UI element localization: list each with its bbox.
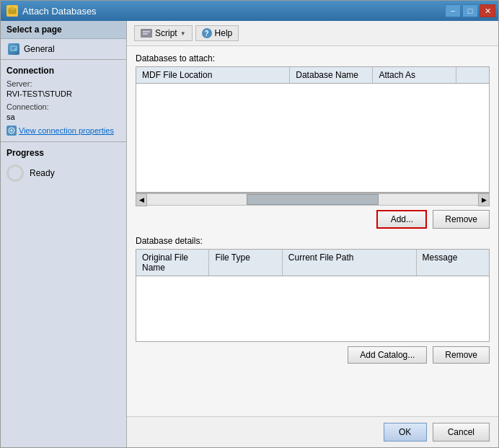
- th-original-file-name: Original File Name: [136, 250, 209, 276]
- close-button[interactable]: ✕: [480, 4, 495, 17]
- main-layout: Select a page General Connection Server:…: [1, 21, 498, 447]
- remove-button[interactable]: Remove: [433, 210, 490, 229]
- toolbar: Script ▼ ? Help: [127, 21, 498, 46]
- database-details-label: Database details:: [136, 236, 490, 246]
- titlebar-left: Attach Databases: [6, 5, 97, 17]
- add-catalog-button[interactable]: Add Catalog...: [348, 346, 427, 364]
- bottom-button-row: Add Catalog... Remove: [136, 346, 490, 364]
- content-area: Script ▼ ? Help Databases to attach: MDF…: [127, 21, 498, 447]
- connection-label2: Connection:: [6, 102, 120, 111]
- scroll-left-arrow[interactable]: ◀: [136, 193, 147, 206]
- cancel-button[interactable]: Cancel: [433, 423, 490, 442]
- ready-label: Ready: [30, 168, 55, 178]
- add-button[interactable]: Add...: [376, 210, 427, 229]
- app-icon: [6, 5, 18, 17]
- scroll-thumb[interactable]: [247, 194, 379, 205]
- svg-rect-1: [10, 7, 14, 10]
- view-connection-link[interactable]: View connection properties: [6, 126, 120, 136]
- help-button[interactable]: ? Help: [195, 25, 239, 41]
- scroll-track[interactable]: [147, 193, 478, 206]
- svg-rect-8: [141, 30, 151, 37]
- remove-details-button[interactable]: Remove: [433, 346, 490, 364]
- select-page-title: Select a page: [1, 21, 126, 39]
- th-extra: [456, 67, 489, 83]
- databases-table-body: [136, 84, 489, 192]
- th-attach-as: Attach As: [373, 67, 456, 83]
- svg-rect-2: [10, 45, 17, 51]
- databases-table: MDF File Location Database Name Attach A…: [136, 66, 490, 193]
- progress-spinner: [6, 164, 24, 182]
- sidebar-general-label: General: [24, 44, 55, 54]
- connection-link-icon: [6, 126, 17, 136]
- script-label: Script: [155, 28, 177, 38]
- th-message: Message: [417, 250, 489, 276]
- database-details-section: Database details: Original File Name Fil…: [136, 236, 490, 342]
- progress-title: Progress: [6, 148, 120, 158]
- maximize-button[interactable]: □: [462, 4, 478, 17]
- details-table-body: [136, 276, 489, 341]
- top-button-row: Add... Remove: [136, 210, 490, 229]
- server-label: Server:: [6, 79, 120, 88]
- general-icon: [8, 43, 19, 55]
- details-table: Original File Name File Type Current Fil…: [136, 249, 490, 342]
- help-label: Help: [215, 28, 233, 38]
- server-value: RVI-TEST\STUDR: [6, 89, 120, 98]
- main-window: Attach Databases − □ ✕ Select a page Gen…: [0, 0, 499, 448]
- content-inner: Databases to attach: MDF File Location D…: [127, 46, 498, 416]
- view-connection-label: View connection properties: [19, 126, 114, 135]
- connection-value: sa: [6, 113, 120, 121]
- th-database-name: Database Name: [290, 67, 373, 83]
- script-button[interactable]: Script ▼: [134, 25, 193, 41]
- ok-button[interactable]: OK: [384, 423, 427, 442]
- help-icon: ?: [202, 28, 212, 38]
- titlebar: Attach Databases − □ ✕: [1, 1, 498, 21]
- horizontal-scrollbar[interactable]: ◀ ▶: [136, 193, 490, 206]
- progress-section: Progress Ready: [1, 141, 126, 190]
- progress-content: Ready: [6, 162, 120, 185]
- databases-table-header: MDF File Location Database Name Attach A…: [136, 67, 489, 84]
- th-file-type: File Type: [209, 250, 282, 276]
- minimize-button[interactable]: −: [445, 4, 461, 17]
- sidebar: Select a page General Connection Server:…: [1, 21, 127, 447]
- scroll-right-arrow[interactable]: ▶: [478, 193, 490, 206]
- connection-section: Connection Server: RVI-TEST\STUDR Connec…: [1, 59, 126, 141]
- th-mdf-location: MDF File Location: [136, 67, 290, 83]
- th-current-file-path: Current File Path: [283, 250, 417, 276]
- titlebar-controls: − □ ✕: [445, 4, 495, 17]
- details-table-header: Original File Name File Type Current Fil…: [136, 250, 489, 276]
- sidebar-item-general[interactable]: General: [1, 39, 126, 59]
- script-dropdown-arrow: ▼: [180, 30, 186, 37]
- connection-section-title: Connection: [6, 66, 120, 76]
- databases-to-attach-label: Databases to attach:: [136, 53, 490, 63]
- footer: OK Cancel: [127, 416, 498, 447]
- window-title: Attach Databases: [22, 6, 97, 17]
- script-icon: [141, 29, 152, 38]
